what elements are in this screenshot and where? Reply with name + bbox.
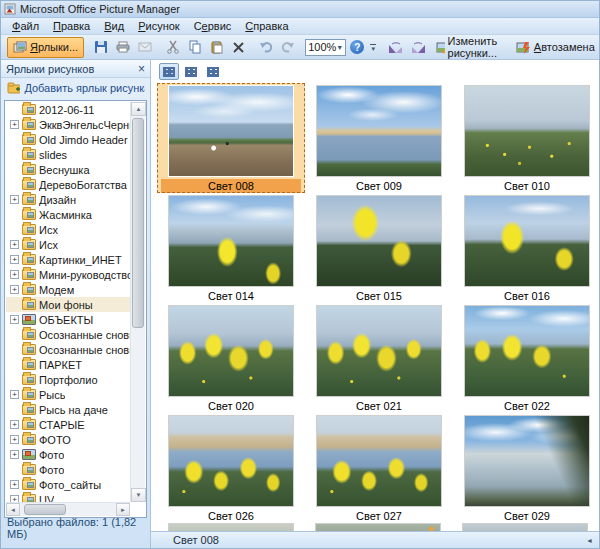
tree-item-25[interactable]: +Фото_сайты (6, 477, 130, 492)
tree-vertical-scrollbar[interactable]: ▲ ▼ (130, 102, 145, 502)
tree-item-7[interactable]: Жасминка (6, 207, 130, 222)
photo-thumbnail[interactable] (464, 195, 590, 287)
save-button[interactable] (90, 37, 112, 58)
photo-thumbnail[interactable] (464, 415, 590, 507)
expand-icon[interactable]: + (10, 390, 19, 399)
photo-thumbnail[interactable] (316, 305, 442, 397)
thumbnail-cell-9[interactable]: Свет 026 (157, 413, 305, 523)
thumbnail-cell-6[interactable]: Свет 020 (157, 303, 305, 413)
help-button[interactable]: ? (346, 37, 368, 58)
photo-thumbnail[interactable] (168, 415, 294, 507)
autocorrect-button[interactable]: Автозамена (510, 37, 600, 58)
tree-item-14[interactable]: +ОБЪЕКТЫ (6, 312, 130, 327)
thumbnail-cell-0[interactable]: Свет 008 (157, 83, 305, 193)
menu-item-3[interactable]: Рисунок (131, 19, 187, 33)
thumbnail-cell-8[interactable]: Свет 022 (453, 303, 599, 413)
tree-item-9[interactable]: +Исх (6, 237, 130, 252)
print-button[interactable] (112, 37, 134, 58)
menu-item-0[interactable]: Файл (5, 19, 46, 33)
photo-thumbnail[interactable] (316, 195, 442, 287)
expand-icon[interactable]: + (10, 495, 19, 502)
menu-item-2[interactable]: Вид (97, 19, 131, 33)
tree-item-19[interactable]: +Рысь (6, 387, 130, 402)
tree-item-12[interactable]: +Модем (6, 282, 130, 297)
tree-item-0[interactable]: 2012-06-11 (6, 102, 130, 117)
zoom-select[interactable]: 100%▼ (305, 39, 346, 56)
thumbnail-cell-2[interactable]: Свет 010 (453, 83, 599, 193)
tree-item-21[interactable]: +СТАРЫЕ (6, 417, 130, 432)
tree-item-3[interactable]: slides (6, 147, 130, 162)
tree-item-8[interactable]: Исх (6, 222, 130, 237)
menu-item-4[interactable]: Сервис (187, 19, 239, 33)
expand-icon[interactable]: + (10, 285, 19, 294)
horizontal-scroll-thumb[interactable] (24, 504, 66, 515)
tree-item-20[interactable]: Рысь на даче (6, 402, 130, 417)
photo-thumbnail[interactable] (464, 305, 590, 397)
redo-button[interactable] (277, 37, 299, 58)
photo-thumbnail[interactable] (316, 85, 442, 177)
delete-button[interactable] (228, 37, 249, 58)
photo-thumbnail[interactable] (168, 305, 294, 397)
thumbnail-cell-3[interactable]: Свет 014 (157, 193, 305, 303)
expand-icon[interactable]: + (10, 195, 19, 204)
vertical-scroll-thumb[interactable] (132, 118, 144, 328)
zoom-dropdown-icon[interactable]: ▼ (336, 44, 343, 51)
toolbar-overflow-button[interactable]: ▾ (368, 44, 378, 51)
scroll-up-icon[interactable]: ▲ (131, 102, 146, 116)
tree-item-4[interactable]: Веснушка (6, 162, 130, 177)
scroll-right-icon[interactable]: ► (116, 503, 130, 516)
tree-item-18[interactable]: Портфолио (6, 372, 130, 387)
expand-icon[interactable]: + (10, 435, 19, 444)
tree-item-11[interactable]: +Мини-руководство по из (6, 267, 130, 282)
menu-item-5[interactable]: Справка (238, 19, 295, 33)
tree-horizontal-scrollbar[interactable]: ◄ ► (6, 502, 130, 516)
tree-item-5[interactable]: ДеревоБогатства (6, 177, 130, 192)
tree-item-26[interactable]: +UV (6, 492, 130, 502)
copy-button[interactable] (184, 37, 206, 58)
scroll-down-icon[interactable]: ▼ (131, 488, 146, 502)
expand-icon[interactable]: + (10, 315, 19, 324)
add-picture-shortcut-link[interactable]: Добавить ярлык рисунка... (1, 78, 150, 98)
cut-button[interactable] (162, 37, 184, 58)
tree-item-23[interactable]: +Фото (6, 447, 130, 462)
expand-icon[interactable]: + (10, 240, 19, 249)
menu-item-1[interactable]: Правка (46, 19, 97, 33)
edit-pictures-button[interactable]: Изменить рисунки... (430, 37, 510, 58)
scroll-left-icon[interactable]: ◄ (6, 503, 20, 516)
expand-icon[interactable]: + (10, 420, 19, 429)
tree-item-22[interactable]: +ФОТО (6, 432, 130, 447)
tree-item-15[interactable]: Осознанные сновидения (6, 327, 130, 342)
thumbnail-cell-1[interactable]: Свет 009 (305, 83, 453, 193)
expand-icon[interactable]: + (10, 450, 19, 459)
thumbnail-cell-5[interactable]: Свет 016 (453, 193, 599, 303)
tree-item-2[interactable]: Old Jimdo Header Pictures (6, 132, 130, 147)
shortcuts-button[interactable]: Ярлыки... (7, 37, 84, 58)
filmstrip-view-button[interactable] (181, 63, 201, 80)
single-picture-view-button[interactable] (203, 63, 223, 80)
tree-item-6[interactable]: +Дизайн (6, 192, 130, 207)
thumbnail-cell-10[interactable]: Свет 027 (305, 413, 453, 523)
tree-item-10[interactable]: +Картинки_ИНЕТ (6, 252, 130, 267)
mail-button[interactable] (134, 37, 156, 58)
photo-thumbnail[interactable] (168, 85, 294, 177)
expand-icon[interactable]: + (10, 270, 19, 279)
expand-icon[interactable]: + (10, 255, 19, 264)
paste-button[interactable] (206, 37, 228, 58)
photo-thumbnail[interactable] (464, 85, 590, 177)
tree-item-1[interactable]: +ЭкквЭнгельсЧерниг.див (6, 117, 130, 132)
rotate-left-button[interactable] (384, 37, 407, 58)
photo-thumbnail[interactable] (168, 195, 294, 287)
expand-icon[interactable]: + (10, 120, 19, 129)
undo-button[interactable] (255, 37, 277, 58)
rotate-right-button[interactable] (407, 37, 430, 58)
close-pane-icon[interactable]: × (138, 64, 145, 74)
thumbnail-cell-11[interactable]: Свет 029 (453, 413, 599, 523)
photo-thumbnail[interactable] (316, 415, 442, 507)
thumbnail-cell-4[interactable]: Свет 015 (305, 193, 453, 303)
thumbnail-view-button[interactable] (159, 63, 179, 80)
tree-item-13[interactable]: Мои фоны (6, 297, 130, 312)
thumbnail-cell-7[interactable]: Свет 021 (305, 303, 453, 413)
tree-item-16[interactable]: Осознанные сновидения (6, 342, 130, 357)
tree-item-17[interactable]: ПАРКЕТ (6, 357, 130, 372)
tree-item-24[interactable]: Фото (6, 462, 130, 477)
